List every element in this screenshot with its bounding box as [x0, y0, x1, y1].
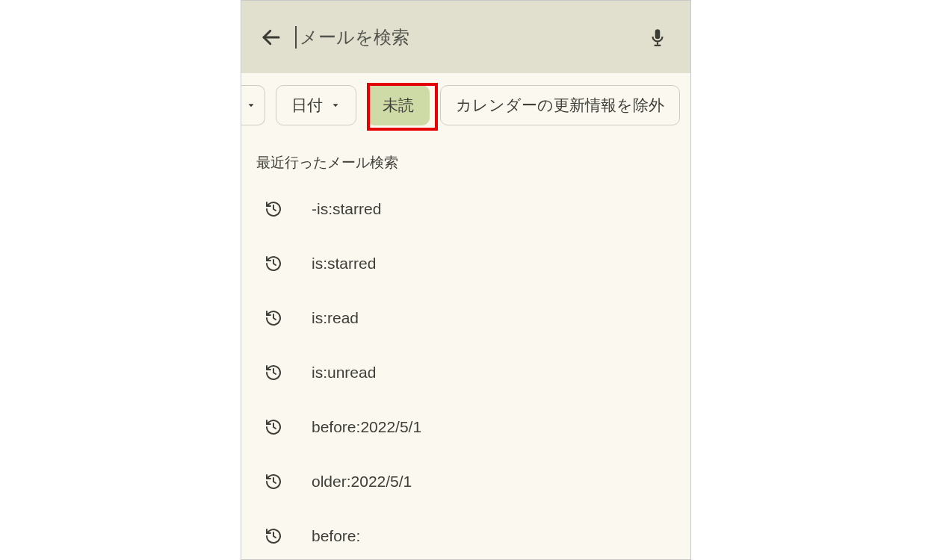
recent-searches-list: -is:starred is:starred is:read is:unread… — [241, 178, 690, 560]
svg-rect-1 — [657, 42, 658, 44]
recent-search-text: before: — [312, 527, 360, 545]
recent-search-item[interactable]: before: — [241, 508, 690, 560]
arrow-left-icon — [260, 26, 282, 49]
search-placeholder: メールを検索 — [300, 25, 409, 49]
recent-search-text: before:2022/5/1 — [312, 418, 421, 436]
voice-search-button[interactable] — [643, 22, 672, 52]
recent-search-item[interactable]: is:starred — [241, 236, 690, 290]
microphone-icon — [648, 28, 667, 47]
svg-rect-2 — [655, 44, 661, 46]
chevron-down-icon — [330, 100, 341, 111]
recent-search-item[interactable]: is:unread — [241, 345, 690, 399]
recent-search-item[interactable]: before:2022/5/1 — [241, 399, 690, 454]
history-icon — [262, 418, 285, 436]
recent-search-item[interactable]: is:read — [241, 290, 690, 345]
back-button[interactable] — [255, 21, 288, 54]
chip-label: カレンダーの更新情報を除外 — [456, 95, 664, 116]
history-icon — [262, 309, 285, 327]
recent-search-text: is:starred — [312, 255, 376, 273]
recent-search-item[interactable]: older:2022/5/1 — [241, 454, 690, 508]
history-icon — [262, 255, 285, 273]
filter-chip-unread[interactable]: 未読 — [367, 85, 430, 125]
text-caret — [295, 26, 297, 49]
chip-label: 日付 — [291, 95, 323, 116]
history-icon — [262, 527, 285, 545]
filter-chip-exclude-calendar[interactable]: カレンダーの更新情報を除外 — [440, 85, 680, 125]
search-input[interactable]: メールを検索 — [295, 25, 643, 49]
recent-search-text: older:2022/5/1 — [312, 473, 412, 491]
filter-chip-overflow-left[interactable] — [241, 85, 265, 125]
history-icon — [262, 200, 285, 218]
recent-search-item[interactable]: -is:starred — [241, 181, 690, 236]
filter-chip-row: 日付 未読 カレンダーの更新情報を除外 — [241, 73, 690, 137]
search-bar: メールを検索 — [241, 1, 690, 73]
recent-search-text: is:unread — [312, 364, 376, 382]
chevron-down-icon — [246, 100, 256, 111]
recent-search-text: is:read — [312, 309, 359, 327]
filter-chip-date[interactable]: 日付 — [276, 85, 356, 125]
svg-marker-3 — [249, 104, 254, 107]
history-icon — [262, 473, 285, 491]
chip-label: 未読 — [383, 95, 414, 116]
history-icon — [262, 364, 285, 382]
recent-search-text: -is:starred — [312, 200, 381, 218]
svg-marker-4 — [333, 104, 338, 107]
app-frame: メールを検索 日付 未読 カレンダーの更新情報を除外 — [241, 0, 691, 560]
recent-searches-heading: 最近行ったメール検索 — [241, 137, 690, 178]
